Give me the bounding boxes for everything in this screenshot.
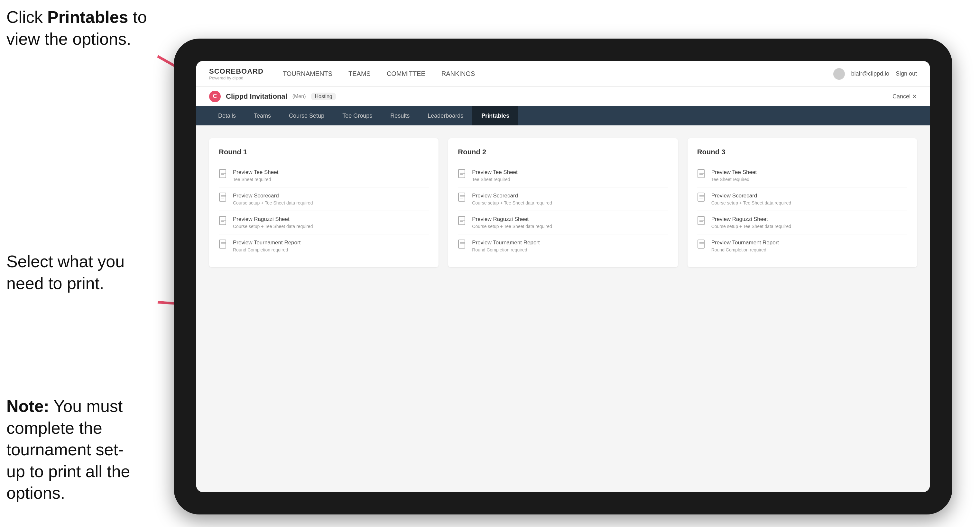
tablet-screen: SCOREBOARD Powered by clippd TOURNAMENTS… [196,61,930,492]
tournament-name: Clippd Invitational [226,92,287,101]
tab-printables[interactable]: Printables [472,106,518,125]
cancel-button[interactable]: Cancel ✕ [892,93,917,100]
round-1-scorecard-sub: Course setup + Tee Sheet data required [233,200,313,205]
doc-icon-12 [697,240,706,250]
user-avatar [833,68,845,80]
svg-rect-14 [698,216,704,225]
sub-nav: Details Teams Course Setup Tee Groups Re… [196,106,930,125]
svg-rect-12 [698,170,704,178]
svg-rect-6 [220,216,226,225]
svg-rect-8 [458,170,465,178]
round-2-tee-sheet-text: Preview Tee Sheet Tee Sheet required [472,169,517,182]
round-3-tee-sheet-sub: Tee Sheet required [711,177,757,182]
rounds-grid: Round 1 Preview Tee Sheet Tee Sheet requ… [209,138,917,267]
round-3-raguzzi-text: Preview Raguzzi Sheet Course setup + Tee… [711,216,791,229]
round-2-tournament-report-text: Preview Tournament Report Round Completi… [472,240,539,252]
top-nav: SCOREBOARD Powered by clippd TOURNAMENTS… [196,61,930,87]
round-3-tee-sheet-text: Preview Tee Sheet Tee Sheet required [711,169,757,182]
round-2-tee-sheet[interactable]: Preview Tee Sheet Tee Sheet required [458,164,668,187]
round-2-raguzzi[interactable]: Preview Raguzzi Sheet Course setup + Tee… [458,211,668,234]
annotation-top: Click Printables toview the options. [6,6,147,50]
tab-tee-groups[interactable]: Tee Groups [333,106,381,125]
round-3-tournament-report-title: Preview Tournament Report [711,240,779,246]
round-1-scorecard-title: Preview Scorecard [233,193,313,199]
round-1-tee-sheet-title: Preview Tee Sheet [233,169,278,176]
round-1-tee-sheet-sub: Tee Sheet required [233,177,278,182]
sign-out-link[interactable]: Sign out [896,70,917,77]
round-1-tournament-report-title: Preview Tournament Report [233,240,301,246]
svg-rect-15 [698,240,704,248]
round-3-scorecard[interactable]: Preview Scorecard Course setup + Tee She… [697,187,907,211]
nav-rankings[interactable]: RANKINGS [441,68,475,79]
logo-area: SCOREBOARD Powered by clippd [209,67,264,80]
round-2-tournament-report-sub: Round Completion required [472,247,539,252]
nav-tournaments[interactable]: TOURNAMENTS [283,68,332,79]
round-1-tournament-report-sub: Round Completion required [233,247,301,252]
round-2-scorecard[interactable]: Preview Scorecard Course setup + Tee She… [458,187,668,211]
tab-details[interactable]: Details [209,106,245,125]
round-3-column: Round 3 Preview Tee Sheet Tee Sheet requ… [687,138,917,267]
round-3-raguzzi[interactable]: Preview Raguzzi Sheet Course setup + Tee… [697,211,907,234]
svg-rect-9 [458,193,465,201]
round-1-raguzzi-text: Preview Raguzzi Sheet Course setup + Tee… [233,216,313,229]
round-2-tournament-report[interactable]: Preview Tournament Report Round Completi… [458,234,668,257]
tournament-badge: (Men) [293,94,306,99]
round-1-scorecard-text: Preview Scorecard Course setup + Tee She… [233,193,313,205]
round-2-tournament-report-title: Preview Tournament Report [472,240,539,246]
doc-icon-2 [219,193,228,203]
nav-teams[interactable]: TEAMS [348,68,371,79]
tablet-device: SCOREBOARD Powered by clippd TOURNAMENTS… [174,38,952,514]
round-3-scorecard-text: Preview Scorecard Course setup + Tee She… [711,193,791,205]
round-3-tee-sheet[interactable]: Preview Tee Sheet Tee Sheet required [697,164,907,187]
svg-rect-11 [458,240,465,248]
tab-results[interactable]: Results [381,106,418,125]
round-1-tee-sheet[interactable]: Preview Tee Sheet Tee Sheet required [219,164,429,187]
round-1-column: Round 1 Preview Tee Sheet Tee Sheet requ… [209,138,439,267]
doc-icon-6 [458,193,467,203]
doc-icon-11 [697,216,706,226]
round-3-title: Round 3 [697,148,907,156]
brand-icon: C [209,90,221,102]
round-1-tee-sheet-text: Preview Tee Sheet Tee Sheet required [233,169,278,182]
doc-icon [219,169,228,179]
round-3-tee-sheet-title: Preview Tee Sheet [711,169,757,176]
svg-rect-7 [220,240,226,248]
logo-title: SCOREBOARD [209,67,264,76]
round-2-title: Round 2 [458,148,668,156]
round-2-tee-sheet-sub: Tee Sheet required [472,177,517,182]
round-3-tournament-report[interactable]: Preview Tournament Report Round Completi… [697,234,907,257]
round-1-title: Round 1 [219,148,429,156]
round-2-raguzzi-text: Preview Raguzzi Sheet Course setup + Tee… [472,216,552,229]
doc-icon-7 [458,216,467,226]
round-3-scorecard-sub: Course setup + Tee Sheet data required [711,200,791,205]
main-content: Round 1 Preview Tee Sheet Tee Sheet requ… [196,125,930,492]
svg-rect-5 [220,193,226,201]
user-email: blair@clippd.io [851,70,889,77]
tab-course-setup[interactable]: Course Setup [280,106,333,125]
round-3-tournament-report-sub: Round Completion required [711,247,779,252]
round-2-tee-sheet-title: Preview Tee Sheet [472,169,517,176]
round-1-scorecard[interactable]: Preview Scorecard Course setup + Tee She… [219,187,429,211]
logo-sub: Powered by clippd [209,76,264,80]
round-2-scorecard-text: Preview Scorecard Course setup + Tee She… [472,193,552,205]
tab-leaderboards[interactable]: Leaderboards [418,106,472,125]
round-2-raguzzi-sub: Course setup + Tee Sheet data required [472,224,552,229]
annotation-middle: Select what youneed to print. [6,251,142,294]
round-1-raguzzi[interactable]: Preview Raguzzi Sheet Course setup + Tee… [219,211,429,234]
doc-icon-10 [697,193,706,203]
annotation-top-bold: Printables [47,8,128,26]
round-1-tournament-report-text: Preview Tournament Report Round Completi… [233,240,301,252]
svg-rect-13 [698,193,704,201]
round-1-raguzzi-sub: Course setup + Tee Sheet data required [233,224,313,229]
round-2-raguzzi-title: Preview Raguzzi Sheet [472,216,552,222]
doc-icon-5 [458,169,467,179]
doc-icon-9 [697,169,706,179]
doc-icon-4 [219,240,228,250]
tab-teams[interactable]: Teams [245,106,280,125]
round-1-tournament-report[interactable]: Preview Tournament Report Round Completi… [219,234,429,257]
nav-committee[interactable]: COMMITTEE [387,68,425,79]
round-3-tournament-report-text: Preview Tournament Report Round Completi… [711,240,779,252]
main-nav: TOURNAMENTS TEAMS COMMITTEE RANKINGS [283,68,833,79]
round-1-raguzzi-title: Preview Raguzzi Sheet [233,216,313,222]
doc-icon-3 [219,216,228,226]
